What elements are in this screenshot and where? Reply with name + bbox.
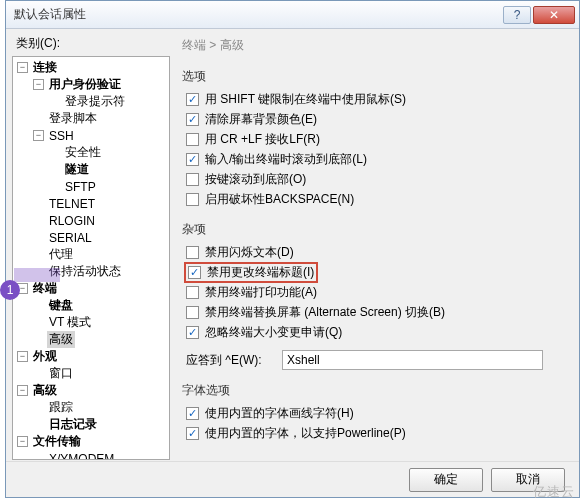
label-backspace: 启用破坏性BACKSPACE(N) [205, 191, 354, 208]
tree-proxy[interactable]: 代理 [47, 246, 75, 263]
checkbox-builtin-powerline[interactable] [186, 427, 199, 440]
help-button[interactable]: ? [503, 6, 531, 24]
tree-serial[interactable]: SERIAL [47, 231, 94, 245]
label-disable-print: 禁用终端打印功能(A) [205, 284, 317, 301]
tree-logging[interactable]: 日志记录 [47, 416, 99, 433]
section-options: 选项 [182, 68, 567, 85]
annotation-marker-1: 1 [0, 280, 20, 300]
window-title: 默认会话属性 [10, 6, 501, 23]
tree-filetransfer[interactable]: 文件传输 [31, 433, 83, 450]
tree-auth[interactable]: 用户身份验证 [47, 76, 123, 93]
tree-window[interactable]: 窗口 [47, 365, 75, 382]
dialog-window: 默认会话属性 ? ✕ 类别(C): −连接 −用户身份验证 登录提示符 登录脚本… [5, 0, 580, 498]
checkbox-disable-print[interactable] [186, 286, 199, 299]
toggle-icon[interactable]: − [33, 79, 44, 90]
checkbox-builtin-linedraw[interactable] [186, 407, 199, 420]
tree-loginprompt[interactable]: 登录提示符 [63, 93, 127, 110]
section-fontopts: 字体选项 [182, 382, 567, 399]
label-scroll-io: 输入/输出终端时滚动到底部(L) [205, 151, 367, 168]
label-disable-blink: 禁用闪烁文本(D) [205, 244, 294, 261]
checkbox-scroll-io[interactable] [186, 153, 199, 166]
tree-tunnel[interactable]: 隧道 [63, 161, 91, 178]
respond-label: 应答到 ^E(W): [186, 352, 282, 369]
watermark: 亿速云 [533, 483, 575, 501]
checkbox-crlf[interactable] [186, 133, 199, 146]
respond-input[interactable] [282, 350, 543, 370]
checkbox-disable-blink[interactable] [186, 246, 199, 259]
tree-advanced[interactable]: 高级 [47, 331, 75, 348]
tree-security[interactable]: 安全性 [63, 144, 103, 161]
checkbox-shift-mouse[interactable] [186, 93, 199, 106]
checkbox-ignore-resize[interactable] [186, 326, 199, 339]
tree-rlogin[interactable]: RLOGIN [47, 214, 97, 228]
label-scroll-key: 按键滚动到底部(O) [205, 171, 306, 188]
section-misc: 杂项 [182, 221, 567, 238]
checkbox-backspace[interactable] [186, 193, 199, 206]
toggle-icon[interactable]: − [17, 385, 28, 396]
checkbox-scroll-key[interactable] [186, 173, 199, 186]
tree-vtmode[interactable]: VT 模式 [47, 314, 93, 331]
label-crlf: 用 CR +LF 接收LF(R) [205, 131, 320, 148]
category-label: 类别(C): [12, 33, 170, 56]
category-panel: 类别(C): −连接 −用户身份验证 登录提示符 登录脚本 −SSH 安全性 隧… [12, 33, 170, 461]
toggle-icon[interactable]: − [17, 62, 28, 73]
ok-button[interactable]: 确定 [409, 468, 483, 492]
label-disable-altscreen: 禁用终端替换屏幕 (Alternate Screen) 切换(B) [205, 304, 445, 321]
category-tree[interactable]: −连接 −用户身份验证 登录提示符 登录脚本 −SSH 安全性 隧道 SFTP … [12, 56, 170, 460]
tree-loginscript[interactable]: 登录脚本 [47, 110, 99, 127]
titlebar: 默认会话属性 ? ✕ [6, 1, 579, 29]
close-button[interactable]: ✕ [533, 6, 575, 24]
tree-telnet[interactable]: TELNET [47, 197, 97, 211]
checkbox-disable-altscreen[interactable] [186, 306, 199, 319]
tree-ssh[interactable]: SSH [47, 129, 76, 143]
tree-xymodem[interactable]: X/YMODEM [47, 452, 116, 461]
label-ignore-resize: 忽略终端大小变更申请(Q) [205, 324, 342, 341]
toggle-icon[interactable]: − [17, 351, 28, 362]
button-bar: 确定 取消 [6, 461, 579, 497]
content-area: 类别(C): −连接 −用户身份验证 登录提示符 登录脚本 −SSH 安全性 隧… [6, 29, 579, 461]
breadcrumb: 终端 > 高级 [180, 33, 567, 64]
label-disable-title: 禁用更改终端标题(I) [207, 264, 314, 281]
annotation-highlight [14, 268, 60, 282]
tree-connection[interactable]: 连接 [31, 59, 59, 76]
checkbox-disable-title[interactable] [188, 266, 201, 279]
label-clear-bg: 清除屏幕背景颜色(E) [205, 111, 317, 128]
settings-panel: 终端 > 高级 选项 用 SHIFT 键限制在终端中使用鼠标(S) 清除屏幕背景… [170, 33, 573, 461]
tree-sftp[interactable]: SFTP [63, 180, 98, 194]
tree-appearance[interactable]: 外观 [31, 348, 59, 365]
tree-terminal[interactable]: 终端 [31, 280, 59, 297]
toggle-icon[interactable]: − [33, 130, 44, 141]
checkbox-clear-bg[interactable] [186, 113, 199, 126]
label-builtin-linedraw: 使用内置的字体画线字符(H) [205, 405, 354, 422]
tree-trace[interactable]: 跟踪 [47, 399, 75, 416]
tree-advanced2[interactable]: 高级 [31, 382, 59, 399]
label-builtin-powerline: 使用内置的字体，以支持Powerline(P) [205, 425, 406, 442]
tree-keyboard[interactable]: 键盘 [47, 297, 75, 314]
toggle-icon[interactable]: − [17, 436, 28, 447]
label-shift-mouse: 用 SHIFT 键限制在终端中使用鼠标(S) [205, 91, 406, 108]
